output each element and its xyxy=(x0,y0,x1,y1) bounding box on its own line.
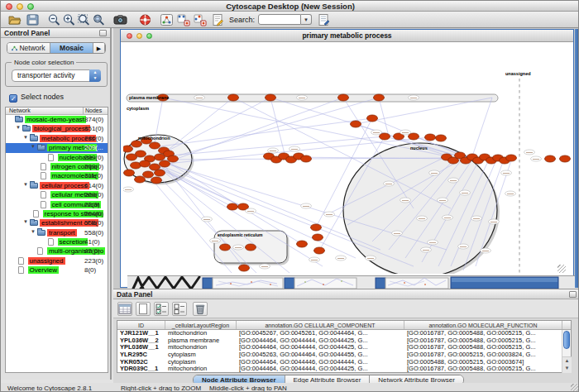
network-graph[interactable]: plasma membranecytoplasmmitochondrionnuc… xyxy=(123,43,572,274)
tree-row[interactable]: ▼metabolic process280(0) xyxy=(6,134,108,143)
network-window-titlebar[interactable]: primary metabolic process xyxy=(121,30,573,42)
tree-row[interactable]: ▼transport558(0) xyxy=(6,228,108,237)
tree-expand-arrow-icon[interactable]: ▼ xyxy=(31,229,36,234)
tree-row[interactable]: multi-organism pro42(0) xyxy=(6,246,108,256)
gene-label-node xyxy=(481,248,491,253)
control-panel-tab-bar: Network Mosaic ▶ xyxy=(7,42,106,54)
attribute-table-header[interactable]: ID_cellularLayoutRegionannotation.GO CEL… xyxy=(117,321,571,330)
tree-expand-arrow-icon[interactable]: ▼ xyxy=(31,144,36,149)
dropdown-stepper-icon: ▲▼ xyxy=(89,69,101,82)
tree-row-node-count: 874(0) xyxy=(84,116,103,123)
save-session-icon[interactable] xyxy=(26,13,40,26)
attribute-table[interactable]: ID_cellularLayoutRegionannotation.GO CEL… xyxy=(117,320,572,373)
data-panel-header: Data Panel xyxy=(113,289,579,299)
tree-row-node-count: 311(0) xyxy=(84,172,103,179)
table-cell: [GO:0016787, GO:0005488, GO:0005215, G..… xyxy=(404,344,562,351)
app-resize-grip[interactable] xyxy=(571,384,579,392)
tab-mosaic[interactable]: Mosaic xyxy=(50,43,93,53)
table-row[interactable]: YPL036W__2plasma membrane[GO:0044464, GO… xyxy=(117,337,571,345)
tree-row[interactable]: secretion41(0) xyxy=(6,237,108,246)
tab-network[interactable]: Network xyxy=(7,43,50,53)
gene-node xyxy=(220,244,231,251)
folder-icon xyxy=(22,126,31,131)
gene-node xyxy=(297,241,308,247)
cytoscape-application-window: Cytoscape Desktop (New Session) Search: xyxy=(0,0,579,392)
scrollbar-arrows[interactable]: ▲▼ xyxy=(562,356,572,373)
tree-row-node-count: 42(0) xyxy=(84,247,100,255)
float-data-panel-icon[interactable] xyxy=(569,291,577,298)
zoom-out-icon[interactable] xyxy=(47,13,61,26)
network-edge xyxy=(159,98,270,155)
tree-row[interactable]: cellular metabo209(0) xyxy=(6,190,108,199)
search-dropdown-arrow-icon[interactable]: ▼ xyxy=(301,14,312,25)
gene-node xyxy=(143,171,154,178)
tree-row[interactable]: response to stimulu264(0) xyxy=(6,209,108,218)
gene-label-node xyxy=(210,238,221,243)
dropdown-value: transporter activity xyxy=(17,71,74,79)
tree-expand-arrow-icon[interactable]: ▼ xyxy=(16,125,21,130)
tree-row[interactable]: nitrogen compo209(0) xyxy=(6,162,108,171)
tree-row[interactable]: ▼cellular process614(0) xyxy=(6,181,108,190)
folder-icon xyxy=(37,230,45,236)
new-attribute-icon[interactable] xyxy=(136,302,151,316)
tree-row[interactable]: ▼primary metabo209(... xyxy=(6,143,108,152)
tree-row[interactable]: ▼establishment of lo558(0) xyxy=(6,218,108,227)
search-input[interactable] xyxy=(258,14,301,25)
tree-expand-arrow-icon[interactable]: ▼ xyxy=(23,182,28,187)
tree-row[interactable]: macromolecule311(0) xyxy=(6,171,108,180)
help-lifesaver-icon[interactable] xyxy=(138,13,152,26)
unselect-attributes-icon[interactable] xyxy=(172,302,187,316)
tree-row[interactable]: unassigned223(0) xyxy=(6,256,108,265)
attribute-table-icon[interactable] xyxy=(117,302,132,316)
annotation-icon[interactable] xyxy=(211,13,225,26)
snapshot-camera-icon[interactable] xyxy=(113,13,127,26)
table-row[interactable]: YKR052Ccytoplasm[GO:0044464, GO:0044446,… xyxy=(117,359,571,366)
tree-expand-arrow-icon[interactable]: ▼ xyxy=(23,219,28,224)
tree-row[interactable]: ▼biological_process651(0) xyxy=(6,124,108,133)
gene-label-node xyxy=(428,240,438,245)
table-column-header[interactable]: annotation.GO CELLULAR_COMPONENT xyxy=(237,321,404,329)
gene-node xyxy=(338,94,349,101)
window-titlebar[interactable]: Cytoscape Desktop (New Session) xyxy=(1,1,579,12)
table-column-header[interactable]: ID xyxy=(117,321,165,329)
gene-label-node xyxy=(246,208,256,213)
gene-label-node xyxy=(260,264,270,269)
tree-expand-arrow-icon[interactable]: ▼ xyxy=(23,135,28,140)
table-row[interactable]: YLR295Ccytoplasm[GO:0045263, GO:0044464,… xyxy=(117,351,571,359)
table-row[interactable]: YJR121W__1mitochondrion[GO:0045267, GO:0… xyxy=(117,330,571,337)
network-view-window[interactable]: primary metabolic process plasma membran… xyxy=(120,29,574,288)
tree-row[interactable]: cell communicat22(0) xyxy=(6,200,108,209)
float-panel-icon[interactable] xyxy=(99,30,107,36)
tree-row[interactable]: Overview8(0) xyxy=(6,265,108,275)
table-row[interactable]: YPL036W__1mitochondrion[GO:0044464, GO:0… xyxy=(117,344,571,351)
layout-edges-icon[interactable] xyxy=(193,13,207,26)
network-canvas[interactable]: plasma membranecytoplasmmitochondrionnuc… xyxy=(123,43,572,274)
tab-overflow-arrow-icon[interactable]: ▶ xyxy=(93,43,105,53)
zoom-fit-icon[interactable] xyxy=(77,13,91,26)
tab-node-attribute-browser[interactable]: Node Attribute Browser xyxy=(194,375,285,383)
table-vertical-scrollbar[interactable]: ▲▼ xyxy=(562,330,571,373)
zoom-selected-icon[interactable] xyxy=(92,13,106,26)
table-column-header[interactable]: _cellularLayoutRegion xyxy=(165,321,237,329)
tab-network-attribute-browser[interactable]: Network Attribute Browser xyxy=(370,375,462,383)
table-row[interactable]: YDR039C__1mitochondrion[GO:0044464, GO:0… xyxy=(117,366,571,373)
zoom-in-icon[interactable] xyxy=(62,13,76,26)
select-attributes-icon[interactable] xyxy=(154,302,169,316)
tree-row[interactable]: nucleobase-209(0) xyxy=(6,153,108,162)
gene-label-node xyxy=(429,170,440,175)
layout-nodes-icon[interactable] xyxy=(176,13,190,26)
attribute-editor-icon[interactable] xyxy=(317,13,331,26)
node-color-dropdown[interactable]: transporter activity ▲▼ xyxy=(12,69,101,82)
gene-label-node xyxy=(448,178,459,183)
select-nodes-checkbox[interactable]: ✓ xyxy=(9,94,17,103)
scrollbar-thumb[interactable] xyxy=(563,331,570,349)
network-window-resize-grip[interactable] xyxy=(557,265,566,273)
tree-row[interactable]: mosaic-demo-yeast874(0) xyxy=(6,115,108,124)
tab-edge-attribute-browser[interactable]: Edge Attribute Browser xyxy=(285,375,371,383)
network-overview-icon[interactable] xyxy=(160,13,174,26)
open-file-icon[interactable] xyxy=(7,13,22,26)
delete-attribute-trash-icon[interactable] xyxy=(193,302,208,316)
network-edge xyxy=(146,172,232,273)
table-column-header[interactable]: annotation.GO MOLECULAR_FUNCTION xyxy=(404,321,562,329)
minimized-windows-strip[interactable] xyxy=(127,275,579,289)
